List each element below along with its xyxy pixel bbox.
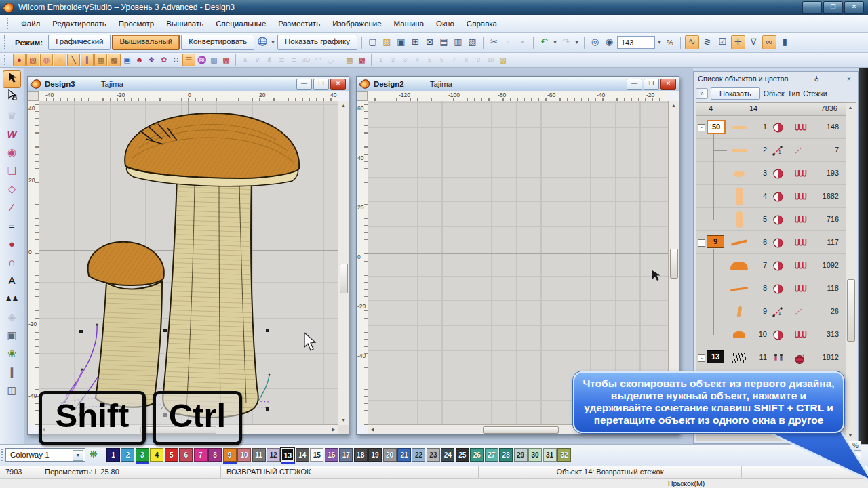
color-swatch-30[interactable]: 30 xyxy=(528,448,542,462)
colorway-select[interactable]: Colorway 1 ▼ xyxy=(5,448,85,462)
color-swatch-3[interactable]: 3 xyxy=(136,448,149,462)
object-list-icon[interactable]: ☰ xyxy=(182,54,195,66)
group-expander-icon[interactable]: - xyxy=(698,124,705,131)
panel-close-icon[interactable]: × xyxy=(844,75,854,83)
open-design-icon[interactable]: ▨ xyxy=(380,36,393,49)
satin-special-tool[interactable]: ● xyxy=(3,235,21,253)
thread-chart-icon[interactable]: ▩ xyxy=(220,54,232,66)
stitch-editor-icon[interactable]: ≷ xyxy=(701,36,714,49)
warp-down-icon[interactable]: ◡ xyxy=(325,54,336,66)
color-swatch-31[interactable]: 31 xyxy=(543,448,557,462)
undo-icon-dropdown[interactable]: ▾ xyxy=(552,39,558,45)
hotkey-2-icon[interactable]: 2 xyxy=(387,54,399,66)
hotkey-6-icon[interactable]: 6 xyxy=(436,54,448,66)
wreath-icon[interactable]: ⋔ xyxy=(264,54,275,66)
object-row-4[interactable]: 41682 xyxy=(696,185,846,208)
menu-Справка[interactable]: Справка xyxy=(460,17,503,30)
hotkey-10-icon[interactable]: 10 xyxy=(485,54,496,66)
monogramming-tool[interactable]: ◉ xyxy=(3,144,21,161)
object-row-7[interactable]: 71092 xyxy=(696,254,846,277)
lettering-tool[interactable]: W xyxy=(3,125,21,143)
offset-object-tool[interactable]: ▣ xyxy=(3,327,21,344)
object-row-6[interactable]: -96117 xyxy=(696,231,846,254)
export-design-icon[interactable]: ⊠ xyxy=(423,36,436,49)
object-row-2[interactable]: 217 xyxy=(696,139,846,162)
design2-minimize-button[interactable]: — xyxy=(627,79,642,90)
kaleidoscope-icon[interactable]: ≋ xyxy=(276,54,288,66)
photo-flash-icon[interactable]: ☻ xyxy=(134,54,145,66)
florentine-effect-icon[interactable]: ✿ xyxy=(158,54,170,66)
color-swatch-9[interactable]: 9 xyxy=(223,448,237,462)
object-row-5[interactable]: 5716 xyxy=(696,208,846,231)
color-swatch-20[interactable]: 20 xyxy=(383,448,397,462)
warp-up-icon[interactable]: ◠ xyxy=(313,54,324,66)
menu-Файл[interactable]: Файл xyxy=(15,17,46,30)
menu-Изображение[interactable]: Изображение xyxy=(326,17,387,30)
object-row-8[interactable]: 8118 xyxy=(696,277,846,300)
color-swatch-22[interactable]: 22 xyxy=(412,448,425,462)
color-swatch-6[interactable]: 6 xyxy=(179,448,193,462)
menu-Вышивать[interactable]: Вышивать xyxy=(160,17,210,30)
group-expander-icon[interactable]: - xyxy=(698,354,705,362)
show-stitches-icon[interactable]: ∿ xyxy=(685,35,699,49)
color-swatch-1[interactable]: 1 xyxy=(106,448,120,462)
stitch-mode-button[interactable]: Вышивальный xyxy=(112,35,180,50)
color-swatch-26[interactable]: 26 xyxy=(470,448,484,462)
object-row-11[interactable]: -1311?1812 xyxy=(696,346,846,369)
color-swatch-21[interactable]: 21 xyxy=(397,448,411,462)
color-swatch-11[interactable]: 11 xyxy=(252,448,266,462)
color-swatch-32[interactable]: 32 xyxy=(557,448,571,462)
design3-window[interactable]: Design3 Tajima — ❐ ✕ -40-2002040 40200-2… xyxy=(27,76,349,435)
run-stitch-tool[interactable]: ⁄ xyxy=(3,199,21,216)
color-swatch-17[interactable]: 17 xyxy=(339,448,353,462)
save-design-icon[interactable]: ▣ xyxy=(395,36,408,49)
buttonhole-tool[interactable]: ♟♟ xyxy=(3,290,21,308)
design3-restore-button[interactable]: ❐ xyxy=(313,79,329,90)
redo-icon[interactable]: ↷ xyxy=(559,36,572,49)
design3-vscrollbar[interactable]: ▲▼ xyxy=(338,101,349,425)
globe-dropdown[interactable]: ▾ xyxy=(270,39,276,45)
zoom-box-icon[interactable]: ◎ xyxy=(589,36,601,49)
object-row-3[interactable]: 3193 xyxy=(696,162,846,185)
insert-design-icon[interactable]: ⊞ xyxy=(409,36,422,49)
show-machine-functions-icon[interactable]: ✛ xyxy=(731,35,745,49)
color-swatch-4[interactable]: 4 xyxy=(150,448,163,462)
design3-title-bar[interactable]: Design3 Tajima — ❐ ✕ xyxy=(28,77,349,92)
hotkey-3-icon[interactable]: 3 xyxy=(399,54,411,66)
color-swatch-2[interactable]: 2 xyxy=(121,448,134,462)
color-group-chip[interactable]: 9 xyxy=(707,235,724,248)
color-group-chip[interactable]: 50 xyxy=(707,120,726,134)
color-film-icon[interactable]: ▮ xyxy=(778,36,791,49)
close-button[interactable]: ✕ xyxy=(844,1,864,14)
flexi-split-icon[interactable]: ▩ xyxy=(108,54,121,66)
show-button[interactable]: Показать xyxy=(711,87,760,100)
color-swatch-13[interactable]: 13 xyxy=(281,448,294,462)
reshape-object-tool[interactable] xyxy=(3,89,21,106)
color-swatch-19[interactable]: 19 xyxy=(368,448,382,462)
motif-run-tool[interactable]: ◈ xyxy=(3,308,21,326)
color-swatch-10[interactable]: 10 xyxy=(237,448,251,462)
object-row-9[interactable]: 9126 xyxy=(696,300,846,323)
color-swatch-14[interactable]: 14 xyxy=(296,448,309,462)
recent-folder-icon[interactable]: ▨ xyxy=(497,54,509,66)
color-swatch-16[interactable]: 16 xyxy=(325,448,338,462)
hotkey-1-icon[interactable]: 1 xyxy=(375,54,387,66)
summary-row[interactable]: 4 14 7836 xyxy=(696,103,846,116)
select-object-tool[interactable] xyxy=(3,70,21,88)
menu-Просмотр[interactable]: Просмотр xyxy=(113,17,161,30)
insert-bitmap-icon[interactable]: ▣ xyxy=(121,54,133,66)
undo-icon[interactable]: ↶ xyxy=(538,36,551,49)
stitch-machine-icon[interactable]: ▩ xyxy=(356,54,368,66)
color-swatch-18[interactable]: 18 xyxy=(354,448,368,462)
manual-digitize-icon[interactable]: ╲ xyxy=(67,54,80,66)
freehand-closed-tool[interactable]: ◇ xyxy=(3,180,21,198)
color-swatch-12[interactable]: 12 xyxy=(267,448,280,462)
hotkey-7-icon[interactable]: 7 xyxy=(448,54,460,66)
color-blending-tool[interactable]: ♛ xyxy=(3,107,21,125)
triple-run-tool[interactable]: ≡ xyxy=(3,217,21,235)
show-functions-v-icon[interactable]: ∇ xyxy=(747,36,760,49)
cut-icon[interactable]: ✂ xyxy=(488,36,500,49)
lettering-a-tool[interactable]: A xyxy=(3,272,21,289)
design-properties-icon[interactable]: ▥ xyxy=(208,54,220,66)
convert-mode-button[interactable]: Конвертировать xyxy=(181,35,254,50)
